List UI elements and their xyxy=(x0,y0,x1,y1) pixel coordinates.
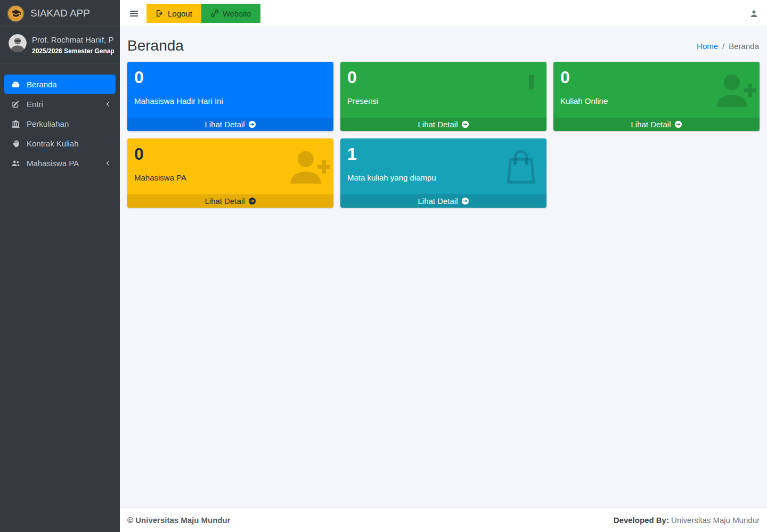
hand-icon xyxy=(9,139,23,148)
card-value: 0 xyxy=(560,68,753,87)
lihat-detail-link[interactable]: Lihat Detail xyxy=(340,194,546,208)
lihat-detail-label: Lihat Detail xyxy=(205,120,244,129)
user-semester: 2025/2026 Semester Genap xyxy=(32,47,114,55)
dashboard-cards: 0 Mahasiswa Hadir Hari Ini Lihat Detail … xyxy=(127,62,760,208)
logout-label: Logout xyxy=(168,9,192,18)
brand-link[interactable]: SIAKAD APP xyxy=(0,0,120,27)
lihat-detail-link[interactable]: Lihat Detail xyxy=(127,194,333,208)
user-icon[interactable] xyxy=(749,9,758,18)
users-icon xyxy=(9,159,23,168)
sidebar-user-panel: Prof. Rochmat Hanif, Ph.D 2025/2026 Seme… xyxy=(0,27,120,63)
tachometer-icon xyxy=(9,80,23,89)
lihat-detail-link[interactable]: Lihat Detail xyxy=(553,118,760,131)
sign-out-icon xyxy=(156,9,164,18)
arrow-circle-right-icon xyxy=(461,120,469,128)
breadcrumb-separator: / xyxy=(722,42,724,51)
developed-by-label: Developed By: xyxy=(614,515,669,525)
graduation-cap-icon xyxy=(7,5,25,22)
top-navbar: Logout Website xyxy=(120,0,767,27)
sidebar-item-label: Perkuliahan xyxy=(27,119,69,128)
sidebar-item-label: Kontrak Kuliah xyxy=(27,139,79,148)
link-icon xyxy=(210,9,219,18)
card-value: 1 xyxy=(347,144,540,164)
chevron-left-icon xyxy=(104,101,111,108)
card-mata-kuliah: 1 Mata kuliah yang diampu Lihat Detail xyxy=(340,138,546,208)
developed-by: Developed By: Universitas Maju Mundur xyxy=(614,515,760,525)
logout-button[interactable]: Logout xyxy=(146,4,201,23)
sidebar-item-entri[interactable]: Entri xyxy=(4,94,116,113)
card-presensi: 0 Presensi Lihat Detail xyxy=(340,62,546,131)
sidebar-item-beranda[interactable]: Beranda xyxy=(4,75,116,94)
breadcrumb-current: Beranda xyxy=(729,42,759,51)
lihat-detail-label: Lihat Detail xyxy=(418,197,458,206)
chevron-left-icon xyxy=(104,160,111,167)
website-button[interactable]: Website xyxy=(201,4,260,23)
user-avatar xyxy=(9,34,27,52)
sidebar-item-label: Entri xyxy=(27,100,43,109)
sidebar-item-label: Beranda xyxy=(27,80,57,89)
user-name[interactable]: Prof. Rochmat Hanif, Ph.D xyxy=(32,35,114,44)
sidebar-nav: Beranda Entri Perkuliahan Kontrak Kuliah xyxy=(0,63,120,173)
lihat-detail-label: Lihat Detail xyxy=(631,120,671,129)
developed-by-value: Universitas Maju Mundur xyxy=(671,515,760,525)
card-value: 0 xyxy=(347,68,540,87)
card-value: 0 xyxy=(134,68,327,87)
card-label: Kuliah Online xyxy=(560,96,753,105)
lihat-detail-label: Lihat Detail xyxy=(418,120,458,129)
card-mahasiswa-hadir: 0 Mahasiswa Hadir Hari Ini Lihat Detail xyxy=(127,62,333,131)
brand-title: SIAKAD APP xyxy=(30,7,90,19)
card-label: Mata kuliah yang diampu xyxy=(347,173,540,182)
card-label: Presensi xyxy=(347,96,540,105)
website-label: Website xyxy=(223,9,251,18)
lihat-detail-link[interactable]: Lihat Detail xyxy=(127,118,333,131)
card-value: 0 xyxy=(134,144,327,164)
sidebar-item-perkuliahan[interactable]: Perkuliahan xyxy=(4,114,116,133)
breadcrumb-home-link[interactable]: Home xyxy=(697,42,718,51)
university-icon xyxy=(9,119,23,128)
hamburger-icon[interactable] xyxy=(129,9,139,19)
edit-icon xyxy=(9,100,23,109)
lihat-detail-link[interactable]: Lihat Detail xyxy=(340,118,546,131)
page-title: Beranda xyxy=(127,37,184,54)
sidebar-item-mahasiswa-pa[interactable]: Mahasiswa PA xyxy=(4,153,116,173)
card-mahasiswa-pa: 0 Mahasiswa PA Lihat Detail xyxy=(127,138,333,208)
content-area: Beranda Home / Beranda 0 Mahasiswa Hadir… xyxy=(120,27,767,507)
arrow-circle-right-icon xyxy=(674,120,682,128)
sidebar: SIAKAD APP Prof. Rochmat Hanif, Ph.D 202… xyxy=(0,0,120,532)
card-label: Mahasiswa PA xyxy=(134,173,327,182)
arrow-circle-right-icon xyxy=(248,120,256,128)
breadcrumb: Home / Beranda xyxy=(697,42,759,51)
copyright-text: © Universitas Maju Mundur xyxy=(127,515,231,525)
card-label: Mahasiswa Hadir Hari Ini xyxy=(134,96,327,105)
sidebar-item-label: Mahasiswa PA xyxy=(27,159,79,168)
arrow-circle-right-icon xyxy=(461,197,469,205)
page-footer: © Universitas Maju Mundur Developed By: … xyxy=(120,507,767,532)
card-kuliah-online: 0 Kuliah Online Lihat Detail xyxy=(553,62,760,131)
arrow-circle-right-icon xyxy=(248,197,256,205)
sidebar-item-kontrak-kuliah[interactable]: Kontrak Kuliah xyxy=(4,134,116,153)
lihat-detail-label: Lihat Detail xyxy=(205,197,244,206)
